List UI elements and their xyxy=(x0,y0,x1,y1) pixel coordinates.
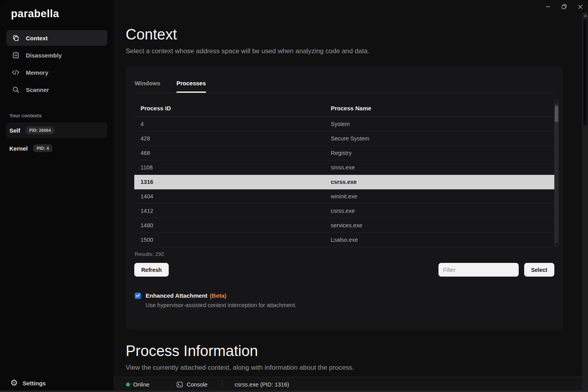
cell-process-id: 1480 xyxy=(141,222,331,228)
sidebar-item-scanner[interactable]: Scanner xyxy=(6,82,107,97)
process-info-subtitle: View the currently attached context, alo… xyxy=(126,363,582,372)
sidebar-item-label: Scanner xyxy=(26,86,49,93)
cell-process-id: 1316 xyxy=(141,179,331,185)
code-box-icon xyxy=(12,51,20,59)
console-button[interactable]: Console xyxy=(176,381,207,388)
status-bar: Online Console csrss.exe (PID: 1316) xyxy=(114,377,582,392)
filter-input[interactable] xyxy=(438,263,519,277)
cell-process-name: smss.exe xyxy=(331,164,548,171)
copy-icon xyxy=(12,34,20,42)
app-window: parabella Context Disasse xyxy=(0,0,588,392)
tab-processes[interactable]: Processes xyxy=(177,80,206,93)
window-bottom-edge xyxy=(0,390,588,392)
enhanced-attachment-section: Enhanced Attachment (Beta) Use hyperviso… xyxy=(135,292,554,308)
table-scrollbar-thumb[interactable] xyxy=(555,106,558,122)
select-button[interactable]: Select xyxy=(524,263,554,277)
beta-badge: (Beta) xyxy=(210,292,227,299)
settings-label: Settings xyxy=(23,380,46,387)
main-content: Context Select a context whose address s… xyxy=(114,0,582,377)
table-scrollbar[interactable] xyxy=(554,99,559,247)
context-name: Self xyxy=(9,127,20,134)
cell-process-id: 468 xyxy=(141,150,331,156)
tab-windows[interactable]: Windows xyxy=(135,80,161,93)
window-controls xyxy=(543,2,586,12)
scroll-up-arrow-icon[interactable] xyxy=(584,14,587,17)
sidebar-item-context[interactable]: Context xyxy=(6,30,107,46)
page-subtitle: Select a context whose address space wil… xyxy=(126,47,582,56)
table-row[interactable]: 1108 smss.exe xyxy=(134,160,554,175)
close-button[interactable] xyxy=(575,2,586,12)
search-icon xyxy=(12,86,20,94)
your-contexts-label: Your contexts xyxy=(9,113,114,119)
process-info-title: Process Information xyxy=(126,342,582,360)
sidebar-item-disassembly[interactable]: Disassembly xyxy=(6,47,107,63)
cell-process-id: 1404 xyxy=(141,193,331,200)
attached-process-label: csrss.exe (PID: 1316) xyxy=(234,381,289,388)
cell-process-name: Lsalso.exe xyxy=(331,237,548,243)
enhanced-attachment-description: Use hypervisor-assisted context intercep… xyxy=(146,302,554,308)
cell-process-name: System xyxy=(331,121,548,127)
table-row[interactable]: 468 Registry xyxy=(134,146,554,160)
sidebar-item-label: Memory xyxy=(26,69,49,76)
sidebar-nav: Context Disassembly Memory xyxy=(0,30,114,97)
sidebar-item-label: Context xyxy=(26,35,48,41)
window-scrollbar-thumb[interactable] xyxy=(583,19,587,126)
console-icon xyxy=(176,381,183,388)
enhanced-attachment-label: Enhanced Attachment xyxy=(146,292,207,299)
online-status-label: Online xyxy=(133,381,150,388)
window-scrollbar[interactable] xyxy=(582,13,588,392)
cell-process-id: 428 xyxy=(141,135,331,142)
context-name: Kernel xyxy=(9,145,28,152)
restore-button[interactable] xyxy=(559,2,570,12)
table-row-selected[interactable]: 1316 csrss.exe xyxy=(134,175,554,189)
sidebar-item-memory[interactable]: Memory xyxy=(6,65,107,80)
cell-process-id: 1108 xyxy=(141,164,331,171)
table-controls: Refresh Select xyxy=(134,263,554,277)
context-item-kernel[interactable]: Kernel PID: 4 xyxy=(6,140,107,156)
context-card: Windows Processes Process ID Process Nam… xyxy=(126,66,563,330)
cell-process-id: 4 xyxy=(141,121,331,127)
minimize-button[interactable] xyxy=(543,2,554,12)
table-row[interactable]: 1404 wininit.exe xyxy=(134,189,554,204)
context-item-self[interactable]: Self PID: 26064 xyxy=(6,122,107,138)
cell-process-id: 1412 xyxy=(141,208,331,214)
cell-process-name: services.exe xyxy=(331,222,548,228)
cell-process-name: csrss.exe xyxy=(331,179,548,185)
table-row[interactable]: 4 System xyxy=(134,117,554,131)
table-row[interactable]: 1412 csrss.exe xyxy=(134,204,554,218)
cell-process-id: 1500 xyxy=(141,237,331,243)
cell-process-name: csrss.exe xyxy=(331,208,548,214)
sidebar-item-label: Disassembly xyxy=(26,52,62,59)
page-title: Context xyxy=(126,26,582,43)
app-logo: parabella xyxy=(11,8,114,20)
console-label: Console xyxy=(187,381,207,388)
online-status-dot xyxy=(126,383,130,387)
cell-process-name: Secure System xyxy=(331,135,548,142)
cell-process-name: Registry xyxy=(331,150,548,156)
table-row[interactable]: 1500 Lsalso.exe xyxy=(134,233,554,247)
cell-process-name: wininit.exe xyxy=(331,193,548,200)
process-table: Process ID Process Name 4 System 428 Sec… xyxy=(134,99,554,247)
refresh-button[interactable]: Refresh xyxy=(134,263,169,277)
results-count: Results: 292 xyxy=(135,251,554,257)
scroll-down-button[interactable] xyxy=(555,243,558,247)
pid-badge: PID: 4 xyxy=(33,144,52,152)
enhanced-attachment-checkbox[interactable] xyxy=(135,293,141,299)
code-chevrons-icon xyxy=(12,68,20,76)
column-header-process-id: Process ID xyxy=(141,105,331,111)
settings-button[interactable]: ⚙ Settings xyxy=(10,379,46,387)
column-header-process-name: Process Name xyxy=(331,105,548,111)
table-row[interactable]: 1480 services.exe xyxy=(134,218,554,233)
context-list: Self PID: 26064 Kernel PID: 4 xyxy=(0,122,114,156)
statusbar-divider xyxy=(222,380,222,389)
gear-icon: ⚙ xyxy=(10,379,18,387)
pid-badge: PID: 26064 xyxy=(26,126,55,134)
scroll-up-button[interactable] xyxy=(555,100,558,104)
table-header: Process ID Process Name xyxy=(134,99,554,117)
sidebar: parabella Context Disasse xyxy=(0,0,114,392)
table-row[interactable]: 428 Secure System xyxy=(134,131,554,146)
tab-bar: Windows Processes xyxy=(135,66,554,93)
